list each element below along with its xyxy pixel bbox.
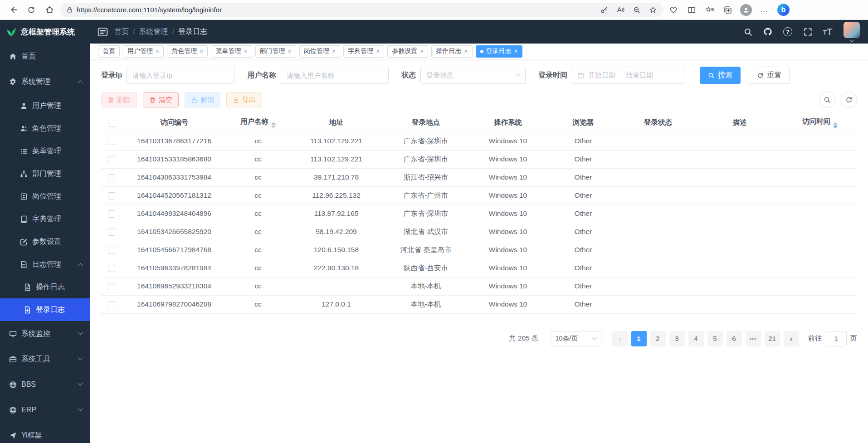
tab-operation-log[interactable]: 操作日志× [431, 45, 472, 58]
browser-profile-avatar[interactable] [738, 2, 754, 18]
reset-button[interactable]: 重置 [749, 67, 790, 84]
close-icon[interactable]: × [332, 48, 336, 54]
login-time-range-picker[interactable]: 开始日期 - 结束日期 [572, 67, 684, 84]
copilot-bing-icon[interactable]: b [777, 4, 790, 16]
delete-button[interactable]: 删除 [101, 92, 137, 107]
password-key-icon[interactable] [598, 4, 610, 16]
sidebar-item-system-monitor[interactable]: 系统监控 [0, 321, 90, 346]
sidebar-item-system-mgmt[interactable]: 系统管理 [0, 69, 90, 94]
browser-back-icon[interactable] [5, 2, 21, 18]
row-checkbox[interactable] [108, 138, 115, 145]
close-icon[interactable]: × [376, 48, 380, 54]
more-pages-button[interactable]: ••• [746, 331, 761, 346]
browser-essentials-icon[interactable] [666, 2, 681, 18]
sidebar-item-menu-mgmt[interactable]: 菜单管理 [0, 140, 90, 162]
row-checkbox[interactable] [108, 247, 115, 254]
browser-settings-menu-icon[interactable]: … [756, 2, 772, 18]
page-button-6[interactable]: 6 [727, 331, 742, 346]
tab-menu-mgmt[interactable]: 菜单管理× [211, 45, 252, 58]
refresh-table-icon[interactable] [841, 92, 857, 108]
close-icon[interactable]: × [420, 48, 424, 54]
page-button-4[interactable]: 4 [688, 331, 704, 346]
close-icon[interactable]: × [200, 48, 203, 54]
user-avatar[interactable] [844, 22, 860, 42]
close-icon[interactable]: × [288, 48, 292, 54]
tab-param-settings[interactable]: 参数设置× [387, 45, 428, 58]
split-screen-icon[interactable] [684, 2, 699, 18]
row-checkbox[interactable] [108, 265, 115, 272]
status-select[interactable]: 登录状态 [420, 67, 526, 84]
close-icon[interactable]: × [156, 48, 159, 54]
clear-button[interactable]: 清空 [143, 92, 179, 107]
row-checkbox[interactable] [108, 301, 115, 308]
sidebar-item-bbs[interactable]: BBS [0, 372, 90, 397]
header-time[interactable]: 访问时间 [783, 114, 857, 132]
row-checkbox[interactable] [108, 156, 115, 163]
login-ip-input[interactable] [127, 67, 234, 84]
header-user[interactable]: 用户名称 [226, 114, 290, 132]
row-checkbox[interactable] [108, 192, 115, 200]
select-all-checkbox[interactable] [108, 120, 115, 127]
add-favorite-star-icon[interactable] [647, 4, 659, 16]
row-checkbox[interactable] [108, 174, 115, 181]
goto-page-input[interactable] [826, 331, 847, 346]
tab-user-mgmt[interactable]: 用户管理× [123, 45, 164, 58]
address-bar[interactable]: https://ccnetcore.com:1101/system/log/lo… [60, 3, 663, 17]
row-checkbox[interactable] [108, 229, 115, 236]
tab-dept-mgmt[interactable]: 部门管理× [255, 45, 296, 58]
close-icon[interactable]: × [464, 48, 468, 54]
browser-refresh-icon[interactable] [24, 2, 39, 18]
font-size-icon[interactable] [821, 24, 834, 39]
favorites-icon[interactable] [702, 2, 717, 18]
sidebar-item-login-log[interactable]: 登录日志 [0, 298, 90, 321]
unlock-button[interactable]: 解锁 [185, 92, 220, 107]
app-logo: 意框架管理系统 [0, 20, 90, 44]
zoom-icon[interactable] [630, 4, 643, 16]
tab-home[interactable]: 首页 [98, 45, 120, 58]
page-size-select[interactable]: 10条/页 [551, 331, 601, 346]
sidebar-item-role-mgmt[interactable]: 角色管理 [0, 117, 90, 140]
browser-home-icon[interactable] [42, 2, 57, 18]
search-button[interactable]: 搜索 [700, 67, 741, 84]
tab-role-mgmt[interactable]: 角色管理× [167, 45, 208, 58]
tab-dict-mgmt[interactable]: 字典管理× [343, 45, 384, 58]
sidebar-item-log-mgmt[interactable]: 日志管理 [0, 253, 90, 276]
sidebar-item-system-tools[interactable]: 系统工具 [0, 346, 90, 372]
breadcrumb-home[interactable]: 首页 [114, 27, 129, 37]
read-aloud-icon[interactable] [614, 4, 627, 16]
tab-login-log[interactable]: 登录日志× [476, 45, 522, 58]
close-icon[interactable]: × [244, 48, 247, 54]
next-page-button[interactable]: › [784, 331, 799, 346]
sidebar-item-param-settings[interactable]: 参数设置 [0, 230, 90, 253]
sidebar-item-erp[interactable]: ERP [0, 397, 90, 423]
collections-icon[interactable] [720, 2, 736, 18]
tab-post-mgmt[interactable]: 岗位管理× [299, 45, 340, 58]
row-checkbox[interactable] [108, 210, 115, 218]
sort-icon[interactable] [833, 122, 838, 128]
sidebar-collapse-icon[interactable] [98, 27, 108, 37]
sidebar-item-yi-framework[interactable]: Yi框架 [0, 423, 90, 443]
close-icon[interactable]: × [514, 48, 518, 54]
page-button-1[interactable]: 1 [631, 331, 647, 346]
search-icon[interactable] [741, 24, 755, 39]
github-icon[interactable] [761, 24, 775, 39]
help-icon[interactable]: ? [781, 24, 795, 39]
page-button-21[interactable]: 21 [765, 331, 780, 346]
sidebar-item-home[interactable]: 首页 [0, 44, 90, 69]
sort-icon[interactable] [271, 122, 276, 128]
breadcrumb-system-mgmt[interactable]: 系统管理 [139, 27, 168, 37]
prev-page-button[interactable]: ‹ [612, 331, 628, 346]
page-button-2[interactable]: 2 [650, 331, 666, 346]
sidebar-item-dict-mgmt[interactable]: 字典管理 [0, 208, 90, 230]
fullscreen-icon[interactable] [801, 24, 814, 39]
show-search-icon[interactable] [819, 92, 835, 108]
row-checkbox[interactable] [108, 283, 115, 290]
sidebar-item-post-mgmt[interactable]: 岗位管理 [0, 185, 90, 208]
sidebar-item-operation-log[interactable]: 操作日志 [0, 276, 90, 298]
page-button-5[interactable]: 5 [707, 331, 723, 346]
sidebar-item-user-mgmt[interactable]: 用户管理 [0, 94, 90, 117]
user-name-input[interactable] [281, 67, 389, 84]
sidebar-item-dept-mgmt[interactable]: 部门管理 [0, 162, 90, 185]
export-button[interactable]: 导出 [226, 92, 262, 107]
page-button-3[interactable]: 3 [669, 331, 685, 346]
